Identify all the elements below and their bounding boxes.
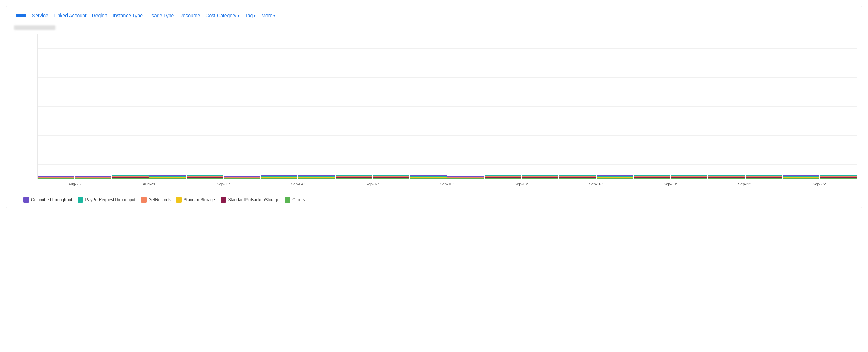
table-row[interactable] [149,175,186,179]
table-row[interactable] [783,175,820,179]
table-row[interactable] [559,175,596,179]
chevron-down-icon: ▾ [273,13,275,18]
segment-others [224,178,260,179]
table-row[interactable] [820,175,857,179]
legend-swatch-standard-storage [176,197,182,203]
bar-group [261,175,335,179]
table-row[interactable] [298,175,335,179]
legend-item-standard-storage: StandardStorage [176,197,215,203]
bar-group [410,175,484,179]
bar-group [38,176,111,179]
filter-btn-cost-category[interactable]: Cost Category ▾ [203,11,241,20]
segment-others [298,178,335,179]
segment-others [112,178,149,179]
legend-item-committed-throughput: CommittedThroughput [23,197,72,203]
segment-others [149,178,186,179]
table-row[interactable] [597,175,633,179]
bar-group [559,175,633,179]
filter-btn-linked-account[interactable]: Linked Account [52,11,89,20]
bar-group [485,175,558,179]
table-row[interactable] [261,175,298,179]
segment-others [671,178,708,179]
table-row[interactable] [447,176,484,179]
legend-item-pay-per-request: PayPerRequestThroughput [78,197,135,203]
table-row[interactable] [187,175,223,179]
x-axis-label: Sep-13* [484,180,559,186]
table-row[interactable] [671,175,708,179]
table-row[interactable] [112,175,149,179]
filter-btn-tag[interactable]: Tag ▾ [243,11,258,20]
filter-buttons-group: ServiceLinked AccountRegionInstance Type… [30,11,277,20]
table-row[interactable] [224,176,260,179]
segment-others [708,178,745,179]
active-filter-badge[interactable] [16,14,26,17]
legend-label-pay-per-request: PayPerRequestThroughput [85,197,135,202]
filter-btn-resource[interactable]: Resource [177,11,202,20]
segment-others [634,178,670,179]
filter-btn-usage-type[interactable]: Usage Type [146,11,176,20]
segment-others [447,178,484,179]
x-axis-label: Sep-22* [708,180,782,186]
segment-others [522,178,558,179]
table-row[interactable] [485,175,522,179]
segment-others [597,178,633,179]
table-row[interactable] [410,175,447,179]
segment-others [820,178,857,179]
costs-header [11,25,857,30]
filter-btn-service[interactable]: Service [30,11,50,20]
chevron-down-icon: ▾ [238,13,240,18]
segment-others [75,178,111,179]
segment-others [38,178,74,179]
table-row[interactable] [634,175,670,179]
legend-item-standard-pitr: StandardPitrBackupStorage [221,197,280,203]
chart-area: Aug-26Aug-29Sep-01*Sep-04*Sep-07*Sep-10*… [11,31,857,193]
toolbar: ServiceLinked AccountRegionInstance Type… [11,11,857,20]
chevron-down-icon: ▾ [254,13,256,18]
chart-wrapper: Aug-26Aug-29Sep-01*Sep-04*Sep-07*Sep-10*… [25,34,857,193]
bar-group [634,175,707,179]
segment-others [783,178,820,179]
x-axis-label: Sep-25* [782,180,857,186]
bar-group [336,175,409,179]
table-row[interactable] [746,175,782,179]
x-axis: Aug-26Aug-29Sep-01*Sep-04*Sep-07*Sep-10*… [37,180,857,193]
bar-group [187,175,260,179]
x-axis-label: Sep-19* [633,180,708,186]
legend-label-standard-pitr: StandardPitrBackupStorage [228,197,280,202]
table-row[interactable] [336,175,372,179]
legend-swatch-standard-pitr [221,197,226,203]
segment-others [485,178,522,179]
x-axis-label: Sep-10* [410,180,484,186]
filter-btn-more[interactable]: More ▾ [259,11,277,20]
legend-item-others: Others [285,197,305,203]
legend-swatch-get-records [141,197,147,203]
costs-value-blurred [14,25,55,30]
segment-others [746,178,782,179]
segment-others [336,178,372,179]
legend-label-get-records: GetRecords [149,197,171,202]
filter-btn-region[interactable]: Region [90,11,109,20]
x-axis-label: Sep-16* [559,180,633,186]
legend-swatch-others [285,197,290,203]
table-row[interactable] [522,175,558,179]
x-axis-label: Aug-29 [112,180,186,186]
segment-others [187,178,223,179]
legend-label-committed-throughput: CommittedThroughput [31,197,72,202]
main-container: ServiceLinked AccountRegionInstance Type… [6,6,862,208]
segment-others [373,178,410,179]
filter-btn-instance-type[interactable]: Instance Type [111,11,145,20]
bar-group [708,175,782,179]
segment-others [559,178,596,179]
legend: CommittedThroughputPayPerRequestThroughp… [11,197,857,203]
table-row[interactable] [708,175,745,179]
bars-container [37,34,857,179]
bar-group [783,175,857,179]
segment-others [410,178,447,179]
table-row[interactable] [75,176,111,179]
legend-label-others: Others [292,197,305,202]
table-row[interactable] [373,175,410,179]
x-axis-label: Sep-01* [186,180,261,186]
x-axis-label: Aug-26 [37,180,112,186]
legend-swatch-pay-per-request [78,197,83,203]
table-row[interactable] [38,176,74,179]
